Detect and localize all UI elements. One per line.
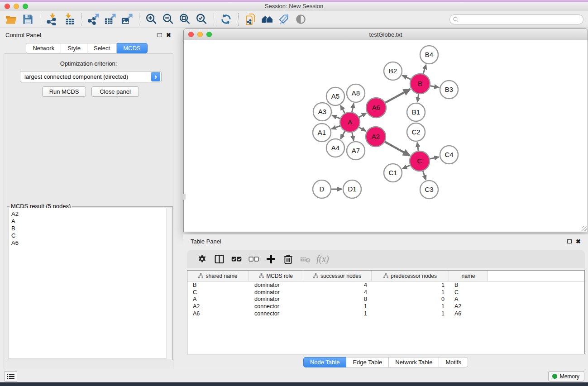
graph-edge-A-A8[interactable] <box>352 104 354 113</box>
mcds-result-item[interactable]: B <box>11 225 171 232</box>
mcds-result-item[interactable]: A6 <box>11 239 171 247</box>
graph-node-C1[interactable]: C1 <box>384 164 402 182</box>
import-table-icon[interactable] <box>61 12 77 27</box>
graph-node-A2[interactable]: A2 <box>366 127 386 147</box>
graph-node-C3[interactable]: C3 <box>420 181 438 199</box>
search-input[interactable] <box>459 15 583 24</box>
graph-edge-C-C3[interactable] <box>423 170 426 180</box>
first-neighbors-icon[interactable] <box>259 12 276 27</box>
table-row[interactable]: A6connector11A6 <box>187 310 584 317</box>
zoom-in-icon[interactable] <box>143 12 160 27</box>
graph-edge-A-A5[interactable] <box>340 105 345 114</box>
import-network-icon[interactable] <box>44 12 61 27</box>
graph-node-B[interactable]: B <box>410 74 430 94</box>
column-header-shared-name[interactable]: shared name <box>187 271 249 281</box>
table-tab-edge-table[interactable]: Edge Table <box>346 357 389 367</box>
export-network-icon[interactable] <box>85 12 102 27</box>
graph-node-A8[interactable]: A8 <box>347 84 365 102</box>
graph-node-A5[interactable]: A5 <box>326 87 344 105</box>
run-mcds-button[interactable]: Run MCDS <box>42 86 86 97</box>
graph-edge-A-A4[interactable] <box>340 130 345 139</box>
mcds-result-item[interactable]: A2 <box>11 210 171 218</box>
graph-node-A[interactable]: A <box>340 112 360 132</box>
zoom-out-icon[interactable] <box>160 12 177 27</box>
graph-edge-A6-B[interactable] <box>384 89 410 103</box>
table-tab-node-table[interactable]: Node Table <box>303 357 347 367</box>
tab-style[interactable]: Style <box>61 43 87 53</box>
task-history-button[interactable] <box>5 371 17 381</box>
graph-node-D1[interactable]: D1 <box>343 180 361 198</box>
graph-node-A7[interactable]: A7 <box>347 142 365 160</box>
graph-node-A4[interactable]: A4 <box>326 139 344 157</box>
hide-selected-icon[interactable] <box>276 12 292 27</box>
export-image-icon[interactable] <box>119 12 135 27</box>
show-graphics-details-icon[interactable] <box>292 12 309 27</box>
select-all-columns-icon[interactable] <box>228 252 245 266</box>
float-panel-icon[interactable] <box>158 33 162 37</box>
criterion-select[interactable]: largest connected component (directed) ▲… <box>20 71 162 82</box>
network-from-selection-icon[interactable] <box>242 12 259 27</box>
graph-node-B2[interactable]: B2 <box>384 62 402 80</box>
graph-edge-A-A3[interactable] <box>332 115 341 119</box>
graph-edge-C-C2[interactable] <box>417 143 419 152</box>
graph-edge-B-B1[interactable] <box>417 93 419 102</box>
refresh-layout-icon[interactable] <box>218 12 234 27</box>
zoom-selected-icon[interactable] <box>193 12 210 27</box>
add-row-icon[interactable] <box>262 252 279 266</box>
graph-node-B1[interactable]: B1 <box>407 103 425 121</box>
split-columns-icon[interactable] <box>210 252 228 266</box>
table-tab-motifs[interactable]: Motifs <box>439 357 468 367</box>
table-row[interactable]: A2connector11A2 <box>187 303 584 310</box>
open-session-icon[interactable] <box>3 12 19 27</box>
close-table-panel-icon[interactable]: ✖ <box>576 238 581 244</box>
graph-node-A3[interactable]: A3 <box>313 103 331 121</box>
graph-edge-A-A6[interactable] <box>358 113 366 118</box>
close-panel-button[interactable]: Close panel <box>91 86 139 97</box>
table-row[interactable]: Cdominator41C <box>187 289 584 296</box>
graph-node-B4[interactable]: B4 <box>420 46 438 64</box>
graph-edge-B-B4[interactable] <box>423 65 426 75</box>
function-builder-button[interactable]: f(x) <box>316 254 329 264</box>
graph-edge-A2-C[interactable] <box>384 141 410 156</box>
column-header-name[interactable]: name <box>449 271 488 281</box>
deselect-all-columns-icon[interactable] <box>245 252 262 266</box>
graph-node-C[interactable]: C <box>410 151 430 171</box>
memory-button[interactable]: Memory <box>548 371 584 381</box>
graph-node-C2[interactable]: C2 <box>407 123 425 141</box>
column-header-predecessor-nodes[interactable]: predecessor nodes <box>372 271 449 281</box>
table-settings-icon[interactable] <box>193 252 210 266</box>
tab-select[interactable]: Select <box>87 43 117 53</box>
tab-mcds[interactable]: MCDS <box>117 43 147 53</box>
select-stepper-icon[interactable]: ▲▼ <box>151 72 160 81</box>
graph-node-C4[interactable]: C4 <box>440 146 458 164</box>
column-header-successor-nodes[interactable]: successor nodes <box>303 271 372 281</box>
graph-edge-A-A7[interactable] <box>352 132 354 141</box>
mcds-result-item[interactable]: A <box>11 218 171 225</box>
graph-edge-C-C1[interactable] <box>402 165 411 168</box>
graph-edge-C-C4[interactable] <box>429 157 439 159</box>
float-table-panel-icon[interactable] <box>567 239 572 243</box>
graph-node-B3[interactable]: B3 <box>440 81 458 99</box>
zoom-fit-icon[interactable] <box>177 12 193 27</box>
graph-edge-A-A2[interactable] <box>358 127 366 131</box>
result-scrollbar[interactable] <box>166 208 172 359</box>
graph-edge-B-B3[interactable] <box>430 86 439 87</box>
mcds-result-item[interactable]: C <box>11 232 171 239</box>
network-window-titlebar[interactable]: testGlobe.txt <box>184 29 588 40</box>
network-canvas[interactable]: B4B2BB3A5A8A6A3B1AA1C2A2A4A7C4CC1C3DD1 <box>184 40 588 232</box>
graph-edge-A-A1[interactable] <box>332 125 341 129</box>
mcds-result-list[interactable]: A2ABCA6 <box>8 208 172 359</box>
tab-network[interactable]: Network <box>26 43 61 53</box>
search-box[interactable] <box>449 14 583 24</box>
close-panel-icon[interactable]: ✖ <box>166 32 171 38</box>
column-header-MCDS-role[interactable]: MCDS role <box>249 271 303 281</box>
window-resize-grip[interactable] <box>582 226 587 231</box>
graph-node-A1[interactable]: A1 <box>313 124 331 142</box>
table-row[interactable]: Bdominator41B <box>187 281 584 289</box>
save-session-icon[interactable] <box>19 12 36 27</box>
graph-node-A6[interactable]: A6 <box>366 98 386 118</box>
graph-edge-B-B2[interactable] <box>402 76 411 80</box>
export-table-icon[interactable] <box>102 12 119 27</box>
graph-node-D[interactable]: D <box>313 180 331 198</box>
table-row[interactable]: Adominator80A <box>187 296 584 303</box>
